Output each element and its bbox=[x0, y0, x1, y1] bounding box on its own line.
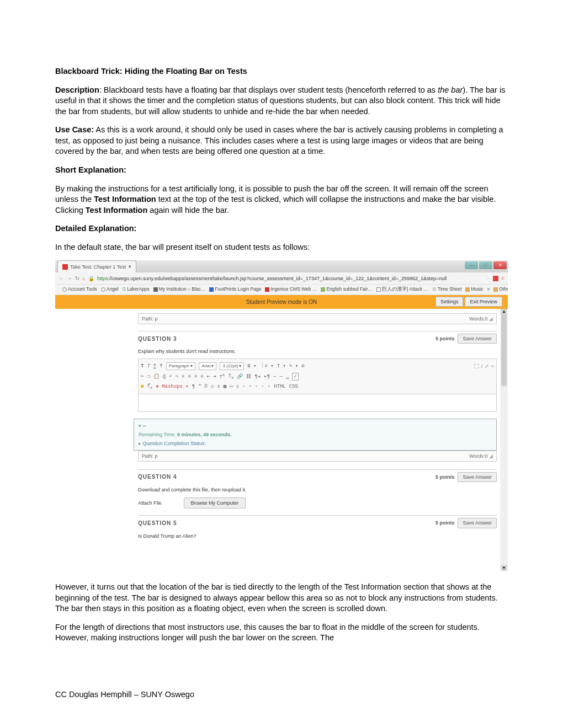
bookmark-item[interactable]: ⊖Time Sheet bbox=[432, 286, 461, 292]
link-icon[interactable]: 🔗 bbox=[237, 373, 243, 380]
bookmark-item[interactable]: English subbed Fair… bbox=[321, 286, 373, 292]
home-icon[interactable]: ⌂ bbox=[82, 275, 86, 282]
hr-icon[interactable]: — bbox=[273, 373, 276, 380]
bookmark-overflow-icon[interactable]: » bbox=[487, 286, 490, 292]
clear-icon[interactable]: ⌀ bbox=[301, 363, 304, 370]
find-icon[interactable]: Q bbox=[163, 373, 166, 380]
css-button[interactable]: CSS bbox=[289, 383, 298, 390]
bookmark-item[interactable]: Ingeniux CMS Web … bbox=[265, 286, 317, 292]
spellcheck-icon[interactable]: ✓ bbox=[292, 373, 298, 381]
paragraph-dropdown[interactable]: Paragraph ▾ bbox=[166, 362, 196, 371]
table-cell-icon[interactable]: ▫ bbox=[242, 383, 245, 390]
exit-preview-button[interactable]: Exit Preview bbox=[465, 297, 502, 307]
table-merge-icon[interactable]: ▫ bbox=[255, 383, 258, 390]
float-bar-handle-icon[interactable]: ▾ ═ bbox=[139, 422, 492, 429]
indent-right-icon[interactable]: ⇥ bbox=[213, 373, 216, 380]
detailed-intro: In the default state, the bar will prese… bbox=[55, 242, 508, 253]
test-content-area: Path: p Words:0 ◢ QUESTION 3 5 points Sa… bbox=[55, 309, 508, 571]
question-completion-status[interactable]: ▸ Question Completion Status: bbox=[139, 440, 492, 447]
font-dropdown[interactable]: Arial ▾ bbox=[199, 362, 216, 371]
cut-icon[interactable]: ✂ bbox=[141, 373, 144, 380]
hr2-icon[interactable]: — bbox=[279, 373, 282, 380]
scroll-down-icon[interactable]: ▾ bbox=[501, 565, 507, 571]
description-paragraph: Description: Blackboard tests have a flo… bbox=[55, 85, 508, 117]
star-icon[interactable]: ☆ bbox=[486, 275, 490, 282]
subscript-icon[interactable]: Tx bbox=[228, 373, 233, 381]
table-del-icon[interactable]: ▫ bbox=[249, 383, 252, 390]
copy-icon[interactable]: ❐ bbox=[147, 373, 150, 380]
strike-icon[interactable]: Ŧ bbox=[160, 363, 162, 370]
superscript-icon[interactable]: Tx bbox=[220, 372, 225, 381]
quote-icon[interactable]: “ bbox=[198, 383, 201, 390]
question-title: QUESTION 3 bbox=[138, 335, 177, 343]
formula-icon[interactable]: fx bbox=[147, 383, 152, 390]
floating-test-bar[interactable]: ▾ ═ Remaining Time: 9 minutes, 49 second… bbox=[134, 419, 497, 450]
list-icon[interactable]: ≣ ▾ bbox=[247, 363, 256, 370]
emoji-icon[interactable]: ☻ bbox=[141, 383, 144, 390]
nbsp-icon[interactable]: ␣ bbox=[286, 373, 289, 380]
redo-icon[interactable]: ↷ bbox=[176, 373, 178, 380]
window-close-icon[interactable]: ✕ bbox=[493, 261, 507, 269]
browser-tab[interactable]: Take Test: Chapter 1 Test × bbox=[57, 260, 136, 272]
bookmark-item[interactable]: GLakerApps bbox=[123, 286, 150, 292]
ltr-icon[interactable]: ¶◂ bbox=[254, 373, 261, 380]
bookmark-item[interactable]: Music bbox=[465, 286, 483, 292]
mashups-dropdown[interactable]: ❖ Mashups ▾ bbox=[156, 383, 188, 390]
italic-icon[interactable]: T bbox=[147, 363, 150, 370]
browse-computer-button[interactable]: Browse My Computer bbox=[184, 497, 246, 508]
table-props-icon[interactable]: ▫ bbox=[268, 383, 270, 390]
expand-icon[interactable]: ⤢ bbox=[485, 363, 489, 370]
bookmark-item[interactable]: My Institution – Blac… bbox=[153, 286, 206, 292]
align-justify-icon[interactable]: ≡ bbox=[200, 373, 203, 380]
table-icon[interactable]: ▦ bbox=[224, 383, 226, 390]
settings-button[interactable]: Settings bbox=[435, 297, 464, 307]
other-bookmarks[interactable]: Other bookmarks bbox=[493, 286, 508, 292]
smiley-icon[interactable]: ☺ bbox=[211, 383, 214, 390]
html-button[interactable]: HTML bbox=[274, 383, 286, 390]
numlist-icon[interactable]: ⋮≡ ▾ bbox=[260, 363, 274, 370]
paste-icon[interactable]: 📋 bbox=[153, 373, 160, 380]
align-left-icon[interactable]: ≡ bbox=[182, 373, 184, 380]
align-center-icon[interactable]: ≡ bbox=[188, 373, 191, 380]
forward-icon[interactable]: → bbox=[67, 275, 72, 282]
size-dropdown[interactable]: 3 (12pt) ▾ bbox=[220, 362, 244, 371]
undo-icon[interactable]: ↶ bbox=[169, 373, 172, 380]
anchor-icon[interactable]: ⚓ bbox=[217, 383, 220, 390]
collapse-icon[interactable]: ≈ bbox=[491, 363, 494, 370]
window-maximize-icon[interactable]: □ bbox=[479, 261, 492, 269]
table-col-icon[interactable]: ▯ bbox=[236, 383, 239, 390]
rich-text-editor[interactable] bbox=[138, 394, 497, 412]
table-row-icon[interactable]: ▭ bbox=[230, 383, 232, 390]
scroll-up-icon[interactable]: ▴ bbox=[501, 309, 507, 314]
underline-icon[interactable]: T bbox=[153, 363, 156, 370]
highlight-icon[interactable]: ✎ ▾ bbox=[289, 363, 298, 370]
bookmark-item[interactable]: 巨人の漢字| Attack … bbox=[376, 286, 428, 292]
fullscreen-icon[interactable]: ⛶ bbox=[474, 363, 479, 370]
text-color-icon[interactable]: T ▾ bbox=[277, 363, 286, 370]
window-minimize-icon[interactable]: — bbox=[465, 261, 478, 269]
url-text[interactable]: https://oswego.open.suny.edu/webapps/ass… bbox=[97, 275, 483, 282]
scrollbar[interactable]: ▴ ▾ bbox=[500, 309, 508, 571]
unlink-icon[interactable]: ⛓ bbox=[246, 373, 251, 380]
align-right-icon[interactable]: ≡ bbox=[194, 373, 197, 380]
extension-icon[interactable] bbox=[493, 276, 498, 281]
copyright-icon[interactable]: © bbox=[205, 383, 208, 390]
save-answer-button[interactable]: Save Answer bbox=[458, 472, 497, 482]
reload-icon[interactable]: ↻ bbox=[75, 275, 79, 282]
indent-left-icon[interactable]: ⇤ bbox=[207, 373, 210, 380]
path-label: Path: p bbox=[142, 315, 158, 322]
rtl-icon[interactable]: ▸¶ bbox=[264, 373, 270, 380]
info-icon[interactable]: i bbox=[481, 363, 482, 370]
bookmark-item[interactable]: Angel bbox=[101, 286, 119, 292]
bold-icon[interactable]: T bbox=[141, 363, 144, 370]
scroll-thumb[interactable] bbox=[501, 314, 507, 386]
save-answer-button[interactable]: Save Answer bbox=[458, 334, 497, 344]
table-split-icon[interactable]: ▫ bbox=[261, 383, 264, 390]
bookmark-item[interactable]: Account Tools bbox=[62, 286, 97, 292]
pilcrow-icon[interactable]: ¶ bbox=[192, 383, 195, 390]
back-icon[interactable]: ← bbox=[59, 275, 64, 282]
bookmark-item[interactable]: FootPrints Login Page bbox=[209, 286, 261, 292]
tab-close-icon[interactable]: × bbox=[128, 263, 131, 271]
save-answer-button[interactable]: Save Answer bbox=[458, 518, 497, 528]
menu-icon[interactable]: ≡ bbox=[501, 274, 504, 282]
